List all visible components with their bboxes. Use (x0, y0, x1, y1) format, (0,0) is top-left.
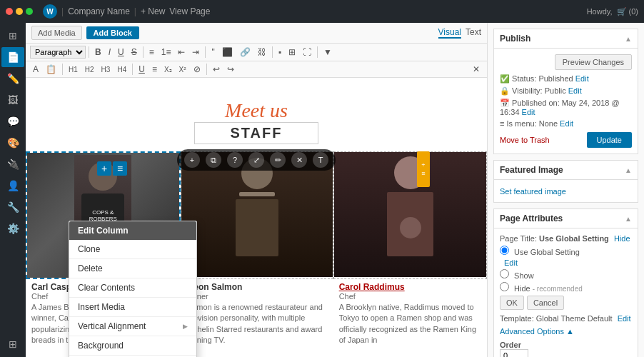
context-menu-insert-media[interactable]: Insert Media (69, 298, 196, 316)
advanced-options-toggle[interactable]: Advanced Options ▲ (500, 327, 574, 336)
close-btn[interactable] (6, 8, 13, 15)
sub-button[interactable]: X₂ (161, 64, 175, 75)
move-trash-link[interactable]: Move to Trash (500, 136, 550, 144)
order-label: Order (500, 341, 632, 349)
underline2-button[interactable]: U (136, 63, 148, 76)
unlink-button[interactable]: ⛓ (255, 46, 269, 59)
edit-sub-link[interactable]: Edit (504, 258, 518, 267)
bold-button[interactable]: B (92, 46, 104, 59)
maximize-btn[interactable] (26, 8, 33, 15)
add-media-button[interactable]: Add Media (31, 26, 82, 40)
view-page-link[interactable]: View Page (169, 6, 210, 16)
published-edit-link[interactable]: Edit (522, 108, 535, 116)
status-edit-link[interactable]: Edit (575, 74, 589, 83)
staff-text-box[interactable]: STAFF (194, 122, 319, 144)
justify-button[interactable]: ≡ (149, 63, 160, 76)
context-menu-background[interactable]: Background (69, 336, 196, 355)
separator1 (89, 46, 89, 58)
pb-question-icon[interactable]: ? (227, 152, 243, 168)
add-block-button[interactable]: Add Block (86, 26, 139, 39)
sidebar-icon-grid[interactable]: ⊞ (1, 334, 24, 354)
sidebar-icon-settings[interactable]: ⚙️ (1, 218, 24, 238)
h4-button[interactable]: H4 (114, 64, 129, 75)
context-menu-clone[interactable]: Clone (69, 240, 196, 258)
radio-global-input[interactable] (500, 246, 509, 255)
page-attributes-header[interactable]: Page Attributes ▲ (493, 208, 638, 228)
insert-button[interactable]: ▪ (276, 46, 284, 59)
blockquote-button[interactable]: " (208, 46, 217, 59)
pb-edit-icon[interactable]: ✏ (270, 152, 286, 168)
text-tab[interactable]: Text (466, 27, 481, 39)
sidebar-icon-media[interactable]: 🖼 (1, 90, 24, 110)
pb-delete-icon[interactable]: ✕ (291, 152, 307, 168)
sidebar-icon-appearance[interactable]: 🎨 (1, 133, 24, 153)
pb-clone-icon[interactable]: ⧉ (206, 152, 221, 168)
sidebar-icon-plugins[interactable]: 🔌 (1, 154, 24, 174)
row-add-button[interactable]: + (97, 161, 111, 176)
set-featured-link[interactable]: Set featured image (500, 187, 566, 196)
minimize-btn[interactable] (16, 8, 23, 15)
hide-link[interactable]: Hide (614, 234, 630, 243)
h2-button[interactable]: H2 (82, 64, 97, 75)
bullet-list-button[interactable]: ≡ (146, 46, 157, 59)
visual-tab[interactable]: Visual (438, 27, 461, 39)
underline-button[interactable]: U (115, 46, 127, 59)
radio-hide-input[interactable] (500, 282, 509, 291)
pb-move-icon[interactable]: ⤢ (248, 152, 264, 168)
staff-img-3 (334, 152, 486, 277)
outdent-button[interactable]: ⇤ (175, 46, 188, 59)
strikethrough-button[interactable]: S (129, 46, 140, 59)
visibility-edit-link[interactable]: Edit (568, 86, 582, 95)
redo-button[interactable]: ↪ (224, 63, 237, 76)
context-menu-delete[interactable]: Delete (69, 259, 196, 278)
row-list-button[interactable]: ≡ (113, 161, 127, 176)
align-left-button[interactable]: ⬛ (219, 46, 236, 59)
template-value: Global Theme Default (536, 314, 613, 323)
close-toolbar-button[interactable]: ✕ (470, 63, 483, 76)
undo-button[interactable]: ↩ (210, 63, 223, 76)
h1-button[interactable]: H1 (66, 64, 81, 75)
paste-button[interactable]: 📋 (43, 63, 59, 76)
italic-button[interactable]: I (106, 46, 114, 59)
context-menu-vertical-alignment[interactable]: Vertical Alignment (69, 317, 196, 336)
sidebar-icon-tools[interactable]: 🔧 (1, 197, 24, 217)
cancel-button[interactable]: Cancel (527, 296, 564, 310)
radio-show-input[interactable] (500, 269, 509, 278)
more-options-button[interactable]: ▼ (321, 46, 335, 59)
sidebar-icon-users[interactable]: 👤 (1, 176, 24, 196)
font-color-button[interactable]: A (30, 63, 41, 76)
sidebar-icon-posts[interactable]: ✏️ (1, 69, 24, 89)
company-name[interactable]: Company Name (68, 6, 130, 16)
order-input[interactable] (500, 349, 528, 357)
publish-section-header[interactable]: Publish ▲ (493, 29, 638, 49)
wp-logo[interactable]: W (43, 4, 57, 19)
pb-add-icon[interactable]: + (184, 152, 200, 168)
h3-button[interactable]: H3 (99, 64, 114, 75)
number-list-button[interactable]: 1≡ (159, 46, 174, 59)
fullscreen-button[interactable]: ⛶ (300, 46, 314, 59)
featured-image-section: Featured Image ▲ Set featured image (493, 160, 638, 203)
pb-text-icon[interactable]: T (313, 152, 328, 168)
sidebar-icon-pages[interactable]: 📄 (1, 47, 24, 67)
table-button[interactable]: ⊞ (286, 46, 298, 59)
update-button[interactable]: Update (587, 132, 632, 148)
publish-section: Publish ▲ Preview Changes ✅ Status: Publ… (493, 29, 638, 154)
featured-image-header[interactable]: Featured Image ▲ (493, 160, 638, 180)
main-layout: ⊞ 📄 ✏️ 🖼 💬 🎨 🔌 👤 🔧 ⚙️ ⊞ Add Media Add Bl… (0, 23, 644, 357)
link-button[interactable]: 🔗 (237, 46, 253, 59)
sidebar-icon-comments[interactable]: 💬 (1, 111, 24, 131)
clear-format-button[interactable]: ⊘ (191, 63, 203, 76)
new-link[interactable]: + New (141, 6, 165, 16)
menu-edit-link[interactable]: Edit (560, 119, 573, 128)
sup-button[interactable]: X² (176, 64, 189, 75)
indent-button[interactable]: ⇥ (189, 46, 202, 59)
featured-image-title: Featured Image (500, 165, 563, 175)
sidebar-icon-dashboard[interactable]: ⊞ (1, 26, 24, 46)
staff-name-2: Cleon Salmon (185, 282, 327, 292)
yellow-handle[interactable]: + ≡ (417, 151, 430, 187)
ok-button[interactable]: OK (500, 296, 524, 310)
template-edit-link[interactable]: Edit (618, 314, 631, 323)
preview-changes-button[interactable]: Preview Changes (555, 54, 632, 70)
context-menu-clear[interactable]: Clear Contents (69, 278, 196, 297)
paragraph-select[interactable]: Paragraph (30, 46, 86, 59)
